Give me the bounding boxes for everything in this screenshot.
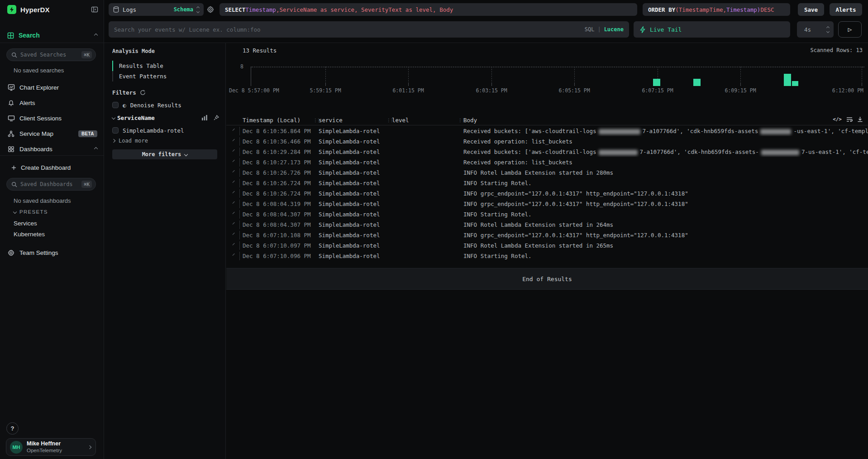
expand-row-icon[interactable] <box>233 149 235 152</box>
sidebar-item-team-settings[interactable]: Team Settings <box>7 248 97 258</box>
schema-link[interactable]: Schema <box>174 6 193 13</box>
chevron-up-icon <box>94 33 98 37</box>
expand-row-icon[interactable] <box>233 181 235 183</box>
presets-toggle[interactable]: PRESETS <box>14 209 48 215</box>
log-row[interactable]: Dec 8 6:10:29.284 PMSimpleLambda-rotelRe… <box>226 147 868 157</box>
expand-row-icon[interactable] <box>233 233 235 235</box>
refresh-icon[interactable] <box>140 90 146 96</box>
sidebar-item-service-map[interactable]: Service Map BETA <box>7 129 97 139</box>
more-filters-button[interactable]: More filters <box>112 149 217 159</box>
col-body[interactable]: Body <box>463 117 477 124</box>
expand-row-icon[interactable] <box>233 222 235 225</box>
sidebar-item-dashboards[interactable]: Dashboards <box>7 144 97 154</box>
mode-results-table[interactable]: Results Table <box>112 61 203 71</box>
service-checkbox[interactable] <box>112 127 119 134</box>
y-axis-tick-label: 8 <box>235 63 243 70</box>
bell-icon <box>7 100 15 106</box>
dashboards-icon <box>7 146 15 153</box>
source-select[interactable]: Logs Schema <box>109 3 204 16</box>
pin-icon[interactable] <box>214 115 219 120</box>
log-row[interactable]: Dec 8 6:10:36.466 PMSimpleLambda-rotelRe… <box>226 136 868 147</box>
column-grip-icon[interactable]: ⋮⋮ <box>386 118 390 123</box>
help-button[interactable]: ? <box>6 422 19 435</box>
select-query-input[interactable]: SELECT Timestamp, ServiceName as service… <box>219 3 637 16</box>
saved-searches-field[interactable] <box>20 52 81 58</box>
expand-row-icon[interactable] <box>233 129 235 131</box>
histogram-bar[interactable] <box>784 74 791 86</box>
sidebar-item-chart-explorer[interactable]: Chart Explorer <box>7 82 97 92</box>
expand-row-icon[interactable] <box>233 191 235 193</box>
log-row[interactable]: Dec 8 6:10:27.173 PMSimpleLambda-rotelRe… <box>226 157 868 167</box>
column-grip-icon[interactable]: ⋮⋮ <box>458 118 462 123</box>
expand-row-icon[interactable] <box>233 201 235 204</box>
saved-dashboards-input[interactable]: ⌘K <box>6 178 96 191</box>
shortcut-badge: ⌘K <box>81 181 92 188</box>
play-button[interactable]: ▷ <box>838 21 862 38</box>
chart-icon[interactable] <box>202 115 207 120</box>
log-row[interactable]: Dec 8 6:10:36.864 PMSimpleLambda-rotelRe… <box>226 126 868 136</box>
download-icon[interactable] <box>857 116 863 122</box>
log-row[interactable]: Dec 8 6:10:26.724 PMSimpleLambda-rotelIN… <box>226 188 868 199</box>
order-by-input[interactable]: ORDER BY (TimestampTime, Timestamp) DESC <box>643 3 790 16</box>
query-token: , <box>276 6 280 13</box>
row-accent-bar <box>239 200 240 208</box>
event-search-bar[interactable]: SQL | Lucene <box>109 21 629 38</box>
saved-searches-input[interactable]: ⌘K <box>6 48 96 61</box>
live-tail-label: Live Tail <box>650 26 682 33</box>
preset-services[interactable]: Services <box>14 220 37 227</box>
expand-row-icon[interactable] <box>233 212 235 214</box>
divider <box>0 155 104 156</box>
denoise-results-option[interactable]: ◐ Denoise Results <box>112 100 219 110</box>
save-button[interactable]: Save <box>798 3 824 16</box>
play-icon: ▷ <box>848 25 852 33</box>
query-settings-gear-icon[interactable] <box>207 6 214 13</box>
live-tail-button[interactable]: Live Tail <box>634 21 790 38</box>
col-service[interactable]: service <box>319 117 343 124</box>
more-filters-label: More filters <box>142 151 181 158</box>
mode-event-patterns[interactable]: Event Patterns <box>112 71 203 81</box>
code-view-icon[interactable]: </> <box>833 116 842 122</box>
log-row[interactable]: Dec 8 6:07:10.097 PMSimpleLambda-rotelIN… <box>226 240 868 251</box>
create-dashboard-button[interactable]: Create Dashboard <box>11 163 97 172</box>
refresh-interval-stepper[interactable]: 4s <box>797 21 834 38</box>
log-row[interactable]: Dec 8 6:07:10.108 PMSimpleLambda-rotelIN… <box>226 230 868 240</box>
user-menu[interactable]: MH Mike Heffner OpenTelemetry <box>6 438 96 456</box>
col-timestamp[interactable]: Timestamp (Local) <box>243 117 300 124</box>
load-more-link[interactable]: Load more <box>112 136 219 145</box>
sidebar-item-search[interactable]: Search <box>7 31 97 40</box>
expand-row-icon[interactable] <box>233 139 235 141</box>
alerts-button[interactable]: Alerts <box>830 3 862 16</box>
wrap-lines-icon[interactable] <box>846 117 853 122</box>
user-org: OpenTelemetry <box>27 447 62 454</box>
log-row[interactable]: Dec 8 6:10:26.726 PMSimpleLambda-rotelIN… <box>226 167 868 178</box>
column-grip-icon[interactable]: ⋮⋮ <box>313 118 317 123</box>
sidebar-item-client-sessions[interactable]: Client Sessions <box>7 113 97 123</box>
histogram-bar[interactable] <box>792 81 798 86</box>
lightning-icon <box>640 26 645 33</box>
expand-row-icon[interactable] <box>233 243 235 245</box>
expand-row-icon[interactable] <box>233 160 235 162</box>
expand-row-icon[interactable] <box>233 170 235 172</box>
histogram-bar[interactable] <box>653 79 660 86</box>
saved-dashboards-field[interactable] <box>20 181 81 187</box>
service-filter-option[interactable]: SimpleLambda-rotel <box>112 126 219 135</box>
event-search-input[interactable] <box>114 26 585 33</box>
preset-kubernetes[interactable]: Kubernetes <box>14 231 45 238</box>
histogram-bar[interactable] <box>693 79 701 86</box>
results-count: 13 Results <box>243 47 277 54</box>
sidebar-item-alerts[interactable]: Alerts <box>7 98 97 108</box>
denoise-checkbox[interactable] <box>112 102 119 108</box>
query-token: Timestamp) <box>726 6 760 13</box>
log-row[interactable]: Dec 8 6:10:26.724 PMSimpleLambda-rotelIN… <box>226 178 868 188</box>
col-level[interactable]: level <box>392 117 409 124</box>
mode-sql[interactable]: SQL <box>585 26 595 33</box>
log-row[interactable]: Dec 8 6:07:10.096 PMSimpleLambda-rotelIN… <box>226 251 868 261</box>
mode-lucene[interactable]: Lucene <box>604 26 624 33</box>
collapse-sidebar-icon[interactable] <box>91 6 98 13</box>
servicename-filter-group[interactable]: ServiceName <box>112 113 219 122</box>
sidebar: HyperDX Search ⌘K No saved searches Char… <box>0 0 104 459</box>
log-row[interactable]: Dec 8 6:08:04.319 PMSimpleLambda-rotelIN… <box>226 199 868 209</box>
log-row[interactable]: Dec 8 6:08:04.307 PMSimpleLambda-rotelIN… <box>226 209 868 220</box>
expand-row-icon[interactable] <box>233 253 235 256</box>
log-row[interactable]: Dec 8 6:08:04.307 PMSimpleLambda-rotelIN… <box>226 220 868 230</box>
